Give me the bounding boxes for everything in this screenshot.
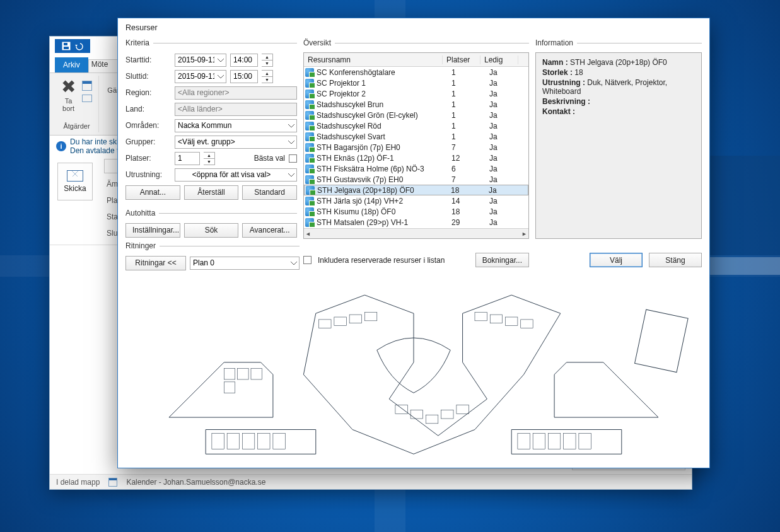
autohitta-legend: Autohitta: [125, 209, 159, 217]
resource-icon: [306, 186, 315, 195]
sok-button[interactable]: Sök: [184, 223, 239, 238]
kriteria-section: Kriteria Starttid: ▲▼ Sluttid: ▲▼ Region…: [125, 38, 297, 201]
svg-rect-9: [334, 317, 346, 326]
region-select: [175, 86, 297, 100]
standard-button[interactable]: Standard: [242, 185, 297, 200]
envelope-icon: [67, 170, 83, 182]
sluttid-label: Sluttid:: [125, 72, 171, 81]
tab-arkiv[interactable]: Arkiv: [55, 57, 88, 72]
ribbon-atgarder-group: ✖ Ta bort Åtgärder: [55, 76, 99, 132]
resource-icon: [305, 122, 314, 130]
ritningar-section: Ritninger Ritningar <<: [125, 241, 300, 272]
table-row[interactable]: STH Eknäs (12p) ÖF-112Ja: [304, 153, 528, 163]
table-row[interactable]: Stadshuscykel Grön (El-cykel)1Ja: [304, 110, 528, 120]
floorplan-viewer[interactable]: [125, 277, 702, 460]
svg-rect-12: [475, 312, 487, 321]
svg-rect-29: [564, 433, 576, 449]
tab-mote[interactable]: Möte: [88, 59, 120, 72]
start-time-input[interactable]: [230, 54, 258, 67]
undo-icon[interactable]: [74, 41, 84, 51]
ritningar-toggle-button[interactable]: Ritningar <<: [125, 256, 186, 270]
col-ledig[interactable]: Ledig: [480, 55, 518, 64]
svg-rect-1: [64, 43, 67, 45]
end-time-spinner[interactable]: ▲▼: [262, 70, 273, 83]
svg-rect-25: [273, 433, 285, 449]
resource-icon: [305, 218, 314, 227]
save-icon[interactable]: [61, 41, 71, 51]
svg-rect-11: [364, 312, 376, 321]
table-row[interactable]: STH Jelgava (20p+18p) ÖF018Ja: [304, 185, 528, 195]
table-row[interactable]: STH Fisksätra Holme (6p) NÖ-36Ja: [304, 163, 528, 174]
utrustning-select[interactable]: [175, 168, 297, 182]
col-resursnamn[interactable]: Resursnamn: [304, 55, 443, 64]
utrustning-label: Utrustning:: [125, 170, 171, 179]
oversikt-section: Översikt Resursnamn Platser Ledig SC Kon…: [303, 38, 529, 239]
kriteria-legend: Kriteria: [125, 38, 153, 47]
col-platser[interactable]: Platser: [443, 55, 480, 64]
land-label: Land:: [125, 105, 171, 113]
include-reserved-checkbox[interactable]: [303, 256, 311, 264]
annat-button[interactable]: Annat...: [125, 185, 180, 200]
send-button[interactable]: Skicka: [57, 163, 93, 200]
start-date-input[interactable]: [175, 54, 226, 67]
platser-label: Platser:: [125, 154, 171, 163]
svg-rect-10: [349, 315, 361, 323]
grupper-select[interactable]: [175, 136, 297, 149]
valj-button[interactable]: Välj: [590, 253, 643, 267]
svg-rect-4: [224, 369, 235, 379]
aterstall-button[interactable]: Återställ: [184, 185, 239, 200]
table-row[interactable]: STH Järla sjö (14p) VH+214Ja: [304, 195, 528, 206]
info-icon: i: [56, 141, 66, 151]
table-row[interactable]: STH Bagarsjön (7p) EH07Ja: [304, 142, 528, 153]
svg-rect-27: [533, 433, 545, 449]
svg-rect-23: [242, 433, 254, 449]
resource-icon: [305, 132, 314, 141]
delete-button[interactable]: ✖ Ta bort: [61, 78, 76, 112]
resource-icon: [305, 90, 314, 98]
table-row[interactable]: STH Matsalen (29>p) VH-129Ja: [304, 217, 528, 228]
table-row[interactable]: Stadshuscykel Brun1Ja: [304, 99, 528, 110]
svg-rect-24: [258, 433, 270, 449]
avancerat-button[interactable]: Avancerat...: [242, 223, 297, 238]
bokningar-button[interactable]: Bokningar...: [475, 253, 529, 267]
svg-rect-5: [238, 369, 248, 379]
basta-val-checkbox[interactable]: [289, 154, 297, 163]
info-panel: Namn : STH Jelgava (20p+18p) ÖF0 Storlek…: [535, 52, 702, 239]
plan-select[interactable]: [190, 257, 300, 270]
table-row[interactable]: SC Projektor 11Ja: [304, 78, 528, 88]
table-row[interactable]: Stadshuscykel Röd1Ja: [304, 120, 528, 131]
oversikt-legend: Översikt: [303, 38, 335, 47]
svg-rect-13: [490, 315, 502, 323]
platser-spinner[interactable]: ▲▼: [204, 152, 215, 165]
table-row[interactable]: SC Konferenshögtalare1Ja: [304, 67, 528, 78]
omraden-select[interactable]: [175, 119, 297, 132]
resource-icon: [305, 175, 314, 184]
ribbon-group-label: Åtgärder: [63, 122, 90, 130]
resources-dialog: Resurser Kriteria Starttid: ▲▼ Sluttid: …: [117, 18, 710, 468]
table-row[interactable]: STH Gustavsvik (7p) EH07Ja: [304, 174, 528, 185]
status-calendar-name: Kalender - Johan.Samuelsson@nacka.se: [126, 478, 265, 487]
end-date-input[interactable]: [175, 70, 226, 83]
table-row[interactable]: STH Kisumu (18p) ÖF018Ja: [304, 206, 528, 217]
quick-access-toolbar[interactable]: [55, 39, 90, 53]
include-reserved-label: Inkludera reserverade resurser i listan: [318, 256, 445, 265]
svg-rect-21: [212, 433, 224, 449]
installningar-button[interactable]: Inställningar...: [125, 223, 180, 238]
forward-icon[interactable]: [82, 95, 92, 102]
resource-icon: [305, 154, 314, 163]
horizontal-scrollbar[interactable]: ◄►: [304, 228, 528, 238]
table-row[interactable]: SC Projektor 21Ja: [304, 88, 528, 99]
resources-table: Resursnamn Platser Ledig SC Konferenshög…: [303, 52, 529, 239]
resources-rows[interactable]: SC Konferenshögtalare1JaSC Projektor 11J…: [304, 67, 528, 228]
svg-rect-20: [457, 405, 469, 414]
calendar-icon[interactable]: [82, 81, 92, 91]
platser-input[interactable]: [175, 152, 200, 165]
table-row[interactable]: Stadshuscykel Svart1Ja: [304, 131, 528, 142]
autohitta-section: Autohitta Inställningar... Sök Avancerat…: [125, 209, 297, 239]
end-time-input[interactable]: [230, 70, 258, 83]
resource-icon: [305, 79, 314, 88]
svg-rect-22: [227, 433, 239, 449]
stang-button[interactable]: Stäng: [649, 253, 702, 267]
grupper-label: Grupper:: [125, 137, 171, 146]
start-time-spinner[interactable]: ▲▼: [262, 54, 273, 67]
